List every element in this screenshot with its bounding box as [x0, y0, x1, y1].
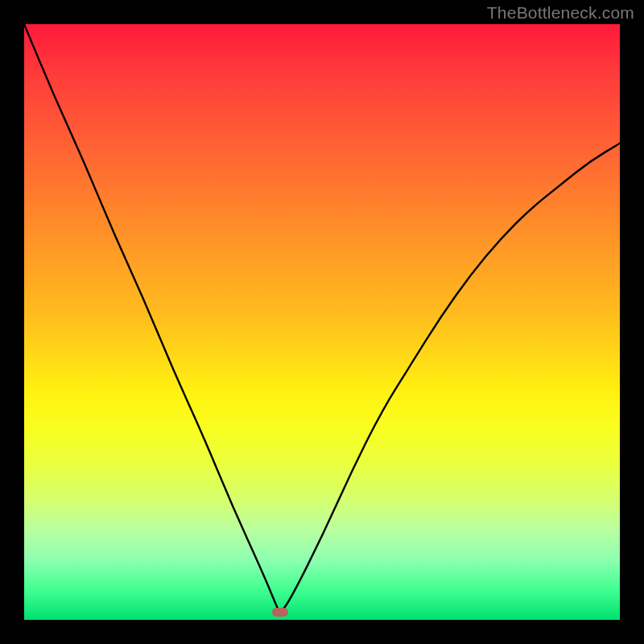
- minimum-marker: [272, 608, 288, 617]
- plot-area: [24, 24, 620, 620]
- curve-svg: [24, 24, 620, 620]
- watermark-text: TheBottleneck.com: [487, 3, 634, 23]
- chart-frame: TheBottleneck.com: [0, 0, 644, 644]
- bottleneck-curve: [24, 24, 620, 612]
